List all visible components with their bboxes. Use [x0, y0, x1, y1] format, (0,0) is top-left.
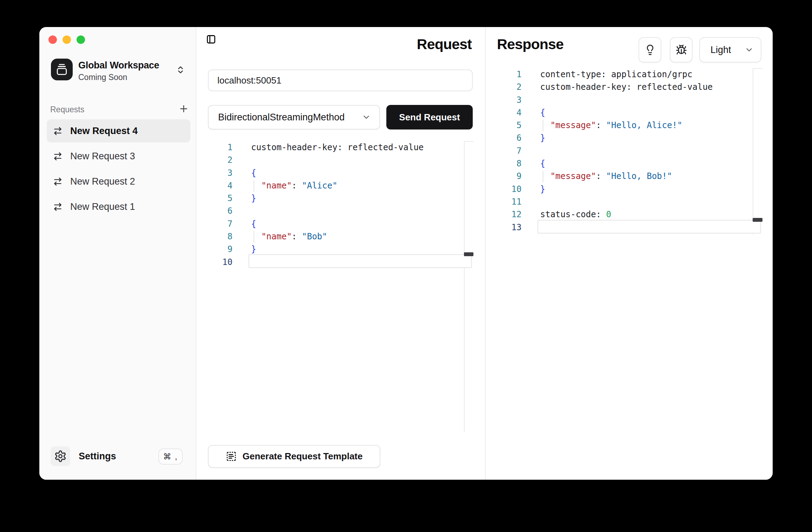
- scrollbar-thumb[interactable]: [464, 252, 473, 256]
- sidebar-item-new-request-3[interactable]: New Request 3: [47, 145, 190, 168]
- code-line: 6: [208, 205, 484, 217]
- code-line-content: {: [522, 157, 545, 170]
- code-line-content: [522, 94, 540, 106]
- code-line: 7{: [208, 218, 484, 230]
- send-request-button[interactable]: Send Request: [386, 105, 473, 129]
- line-number: 3: [497, 94, 522, 106]
- request-panel-title: Request: [417, 36, 472, 53]
- bug-icon: [676, 44, 687, 55]
- code-line-content: }: [233, 192, 256, 205]
- line-number: 5: [208, 192, 233, 205]
- code-line-content: "message": "Hello, Bob!": [522, 170, 672, 182]
- hint-button[interactable]: [639, 37, 661, 62]
- request-item-label: New Request 2: [70, 176, 135, 187]
- request-item-label: New Request 4: [70, 126, 138, 137]
- arrow-right-left-icon: [53, 202, 63, 212]
- theme-dropdown[interactable]: Light: [699, 37, 761, 62]
- app-window: Global Workspace Coming Soon Requests Ne…: [39, 27, 773, 480]
- code-line-content: }: [522, 183, 545, 195]
- line-number: 1: [208, 141, 233, 154]
- active-line-box: [537, 220, 761, 234]
- sidebar-toggle-button[interactable]: [206, 34, 216, 44]
- response-editor[interactable]: 1content-type: application/grpc2custom-h…: [497, 68, 773, 236]
- sidebar-item-new-request-4[interactable]: New Request 4: [47, 119, 190, 142]
- settings-label: Settings: [79, 451, 116, 462]
- sidebar-item-new-request-1[interactable]: New Request 1: [47, 195, 190, 218]
- method-dropdown[interactable]: BidirectionalStreamingMethod: [208, 105, 380, 129]
- request-panel: Request BidirectionalStreamingMethod Sen…: [196, 27, 486, 480]
- request-item-label: New Request 3: [70, 151, 135, 162]
- requests-section-label: Requests: [50, 105, 84, 114]
- request-item-label: New Request 1: [70, 201, 135, 212]
- request-list: New Request 4 New Request 3 New Request …: [47, 119, 190, 220]
- generate-request-template-button[interactable]: Generate Request Template: [208, 445, 380, 468]
- line-number: 8: [208, 230, 233, 243]
- code-line-content: }: [522, 132, 545, 144]
- response-panel-title: Response: [497, 36, 564, 53]
- stacked-workspace-icon: [56, 64, 68, 75]
- code-line: 12status-code: 0: [497, 208, 773, 221]
- code-line: 4 "name": "Alice": [208, 179, 484, 192]
- code-line: 2custom-header-key: reflected-value: [497, 81, 773, 93]
- request-editor-lines: 1custom-header-key: reflected-value23{4 …: [208, 141, 484, 268]
- line-number: 7: [208, 218, 233, 230]
- panel-left-icon: [206, 34, 216, 44]
- debug-button[interactable]: [670, 37, 693, 62]
- server-url-input[interactable]: [208, 69, 473, 91]
- settings-shortcut-badge: ⌘ ,: [158, 448, 183, 465]
- arrow-right-left-icon: [53, 177, 63, 186]
- code-line: 1custom-header-key: reflected-value: [208, 141, 484, 154]
- line-number: 2: [497, 81, 522, 93]
- code-line: 3: [497, 94, 773, 106]
- code-line: 5 "message": "Hello, Alice!": [497, 119, 773, 132]
- code-line: 8{: [497, 157, 773, 170]
- code-line: 9 "message": "Hello, Bob!": [497, 170, 773, 182]
- code-line-content: "name": "Alice": [233, 179, 338, 192]
- chevron-down-icon: [745, 45, 754, 54]
- line-number: 4: [497, 106, 522, 119]
- chevrons-up-down-icon: [176, 65, 185, 75]
- close-icon[interactable]: [48, 35, 57, 44]
- code-line-content: [233, 154, 251, 166]
- line-number: 10: [208, 256, 233, 268]
- code-line: 11: [497, 195, 773, 208]
- chevron-down-icon: [362, 113, 371, 122]
- code-line: 4{: [497, 106, 773, 119]
- line-number: 4: [208, 179, 233, 192]
- code-line-content: [233, 205, 251, 217]
- code-line-content: custom-header-key: reflected-value: [522, 81, 713, 93]
- code-line: 2: [208, 154, 484, 166]
- code-line-content: [522, 145, 540, 157]
- method-dropdown-value: BidirectionalStreamingMethod: [218, 112, 345, 123]
- code-line-content: {: [233, 167, 256, 179]
- theme-dropdown-value: Light: [710, 45, 731, 55]
- line-number: 9: [497, 170, 522, 182]
- line-number: 8: [497, 157, 522, 170]
- zoom-icon[interactable]: [77, 35, 85, 44]
- minimize-icon[interactable]: [63, 35, 71, 44]
- code-line-content: custom-header-key: reflected-value: [233, 141, 424, 154]
- workspace-subtitle: Coming Soon: [78, 73, 127, 82]
- response-panel: Response Light 1content-type: applica: [486, 27, 773, 480]
- scrollbar-thumb[interactable]: [753, 218, 762, 222]
- gear-icon: [54, 450, 67, 463]
- plus-icon: [178, 104, 189, 114]
- settings-button[interactable]: [51, 446, 70, 466]
- sidebar-item-new-request-2[interactable]: New Request 2: [47, 170, 190, 193]
- workspace-selector[interactable]: [176, 65, 185, 75]
- code-line: 7: [497, 145, 773, 157]
- generate-button-label: Generate Request Template: [243, 451, 363, 462]
- request-editor[interactable]: 1custom-header-key: reflected-value23{4 …: [208, 141, 484, 432]
- code-line: 8 "name": "Bob": [208, 230, 484, 243]
- line-number: 9: [208, 243, 233, 255]
- workspace-title: Global Workspace: [78, 60, 159, 71]
- code-line-content: {: [522, 106, 545, 119]
- code-line: 3{: [208, 167, 484, 179]
- code-line-content: {: [233, 218, 256, 230]
- lightbulb-icon: [644, 44, 656, 55]
- add-request-button[interactable]: [178, 104, 189, 114]
- code-line: 5}: [208, 192, 484, 205]
- code-line-content: "name": "Bob": [233, 230, 327, 243]
- line-number: 6: [208, 205, 233, 217]
- code-line-content: status-code: 0: [522, 208, 611, 221]
